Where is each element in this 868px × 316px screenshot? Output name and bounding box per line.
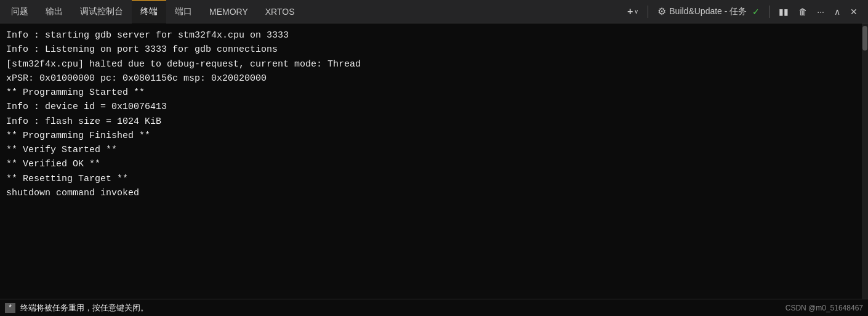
split-editor-button[interactable]: ▮▮: [776, 6, 792, 18]
split-icon: ▮▮: [779, 7, 789, 17]
tab-wenti[interactable]: 问题: [2, 0, 37, 23]
terminal-line: ** Resetting Target **: [6, 172, 856, 186]
terminal-line: ** Verified OK **: [6, 157, 856, 171]
tab-debug[interactable]: 调试控制台: [71, 0, 132, 23]
terminal-output[interactable]: Info : starting gdb server for stm32f4x.…: [0, 23, 862, 299]
chevron-down-icon: ∨: [634, 8, 638, 15]
add-terminal-button[interactable]: + ∨: [624, 5, 641, 18]
tab-port[interactable]: 端口: [166, 0, 201, 23]
close-panel-button[interactable]: ✕: [847, 6, 861, 18]
build-update-label: Build&Update - 任务: [669, 6, 747, 17]
more-icon: ···: [817, 7, 824, 17]
plus-icon: +: [627, 6, 633, 17]
watermark: CSDN @m0_51648467: [786, 304, 863, 312]
trash-icon: 🗑: [798, 7, 807, 17]
tab-label-port: 端口: [175, 6, 192, 17]
terminal-line: Info : flash size = 1024 KiB: [6, 115, 856, 129]
chevron-up-button[interactable]: ∧: [831, 6, 843, 18]
terminal-line: Info : device id = 0x10076413: [6, 100, 856, 114]
tab-memory[interactable]: MEMORY: [201, 0, 257, 23]
terminal-line: ** Programming Started **: [6, 86, 856, 100]
tab-label-terminal: 终端: [140, 6, 158, 17]
wrench-icon: ⚙: [657, 6, 666, 17]
close-icon: ✕: [850, 7, 858, 17]
status-message: 终端将被任务重用，按任意键关闭。: [20, 302, 148, 314]
more-button[interactable]: ···: [814, 6, 827, 18]
terminal-line: shutdown command invoked: [6, 186, 856, 200]
tab-label-memory: MEMORY: [209, 7, 248, 17]
status-bar: * 终端将被任务重用，按任意键关闭。 CSDN @m0_51648467: [0, 299, 868, 316]
tab-label-wenti: 问题: [11, 6, 28, 17]
divider-1: [648, 6, 648, 18]
tab-xrtos[interactable]: XRTOS: [257, 0, 303, 23]
trash-button[interactable]: 🗑: [795, 6, 810, 18]
tab-actions: + ∨ ⚙ Build&Update - 任务 ✓ ▮▮ 🗑 ··· ∧ ✕: [619, 4, 866, 18]
tab-group: 问题 输出 调试控制台 终端 端口 MEMORY XRTOS: [2, 0, 619, 23]
terminal-wrapper: Info : starting gdb server for stm32f4x.…: [0, 23, 868, 299]
tab-terminal[interactable]: 终端: [132, 0, 166, 23]
build-update-button[interactable]: ⚙ Build&Update - 任务 ✓: [654, 4, 763, 18]
terminal-line: ** Programming Finished **: [6, 129, 856, 143]
terminal-line: Info : Listening on port 3333 for gdb co…: [6, 43, 856, 57]
terminal-line: [stm32f4x.cpu] halted due to debug-reque…: [6, 57, 856, 71]
tab-label-shuchu: 输出: [46, 6, 63, 17]
tab-bar: 问题 输出 调试控制台 终端 端口 MEMORY XRTOS + ∨ ⚙ Bui…: [0, 0, 868, 23]
terminal-line: xPSR: 0x01000000 pc: 0x0801156c msp: 0x2…: [6, 71, 856, 86]
tab-label-xrtos: XRTOS: [265, 7, 295, 17]
status-asterisk: *: [5, 303, 15, 313]
terminal-line: Info : starting gdb server for stm32f4x.…: [6, 28, 856, 43]
scrollbar-track[interactable]: [862, 23, 868, 299]
tab-shuchu[interactable]: 输出: [37, 0, 71, 23]
divider-2: [769, 6, 770, 18]
terminal-line: ** Verify Started **: [6, 143, 856, 157]
tab-label-debug: 调试控制台: [80, 6, 123, 17]
chevron-up-icon: ∧: [834, 7, 840, 17]
scrollbar-thumb[interactable]: [862, 26, 867, 51]
check-icon: ✓: [752, 7, 760, 17]
